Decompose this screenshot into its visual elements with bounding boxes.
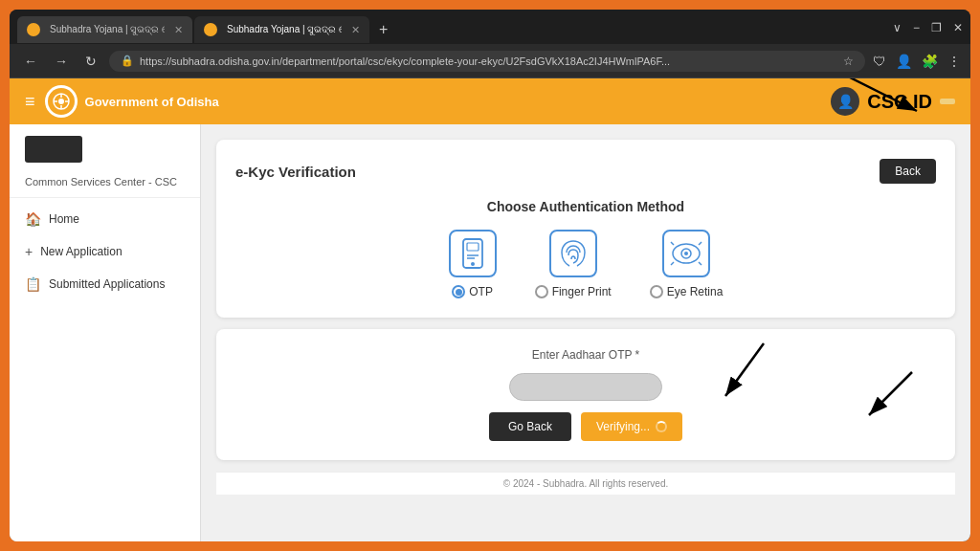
sidebar-item-submitted-applications[interactable]: 📋 Submitted Applications [10,269,200,299]
fingerprint-label: Finger Print [552,285,612,298]
csc-id-label: CSC ID [867,91,932,113]
browser-window: Subhadra Yojana | ସୁଭଦ୍ର ଯୋଜନ ✕ Subhadra… [10,10,970,541]
auth-section-title: Choose Authentication Method [235,199,936,214]
loading-spinner [656,421,667,432]
phone-otp-icon [459,238,486,269]
ekyc-card: e-Kyc Verification Back Choose Authentic… [216,140,955,318]
otp-label: OTP [469,285,493,298]
site-title: Government of Odisha [85,95,219,109]
go-back-button[interactable]: Go Back [489,412,571,441]
tab-favicon-1 [27,23,40,36]
otp-radio-dot [456,289,462,296]
browser-tab-1[interactable]: Subhadra Yojana | ସୁଭଦ୍ର ଯୋଜନ ✕ [17,16,192,43]
address-bar[interactable]: 🔒 https://subhadra.odisha.gov.in/departm… [109,51,865,72]
star-icon: ☆ [843,55,854,68]
nav-right-icons: 🛡 👤 🧩 ⋮ [873,54,961,69]
tab-close-1[interactable]: ✕ [174,24,183,36]
svg-point-11 [471,262,475,266]
otp-section: Enter Aadhaar OTP * Go Back Verifying... [235,348,936,441]
fingerprint-icon [559,238,588,269]
svg-point-1 [58,99,64,104]
forward-nav-button[interactable]: → [50,52,73,71]
eye-label: Eye Retina [667,285,724,298]
auth-method-fingerprint[interactable]: Finger Print [535,230,612,298]
new-tab-button[interactable]: + [371,19,395,40]
page-content: ≡ Government of Odisha [10,78,970,541]
lock-icon: 🔒 [121,55,134,67]
chevron-down-icon[interactable]: ∨ [893,21,902,34]
profile-icon[interactable]: 👤 [896,54,912,69]
csc-id-value [940,99,955,104]
eye-radio [650,285,663,298]
svg-rect-8 [467,243,479,251]
tab-title-1: Subhadra Yojana | ସୁଭଦ୍ର ଯୋଜନ [50,24,165,35]
clipboard-icon: 📋 [25,276,41,292]
eye-radio-row: Eye Retina [650,285,724,298]
back-nav-button[interactable]: ← [19,52,42,71]
close-icon[interactable]: ✕ [953,21,963,34]
svg-line-18 [699,262,702,265]
main-layout: Common Services Center - CSC 🏠 Home + Ne… [10,124,970,541]
sidebar-item-new-app-label: New Application [40,245,122,258]
otp-radio-row: OTP [452,285,493,298]
odisha-logo-icon [53,93,70,110]
url-text: https://subhadra.odisha.gov.in/departmen… [140,55,670,67]
tab-title-2: Subhadra Yojana | ସୁଭଦ୍ର ଯୋଜନ [227,24,342,35]
footer-text: © 2024 - Subhadra. All rights reserved. [503,478,668,489]
logo-area: Government of Odisha [45,85,219,118]
svg-line-16 [699,242,702,245]
logo-circle [45,85,78,118]
restore-icon[interactable]: ❐ [931,21,942,34]
sidebar: Common Services Center - CSC 🏠 Home + Ne… [10,124,201,541]
home-icon: 🏠 [25,211,41,227]
browser-tab-bar: Subhadra Yojana | ସୁଭଦ୍ର ଯୋଜନ ✕ Subhadra… [10,10,970,44]
refresh-button[interactable]: ↻ [80,52,101,71]
browser-nav-bar: ← → ↻ 🔒 https://subhadra.odisha.gov.in/d… [10,44,970,78]
otp-buttons: Go Back Verifying... [489,412,682,441]
verifying-button[interactable]: Verifying... [581,412,682,441]
back-button[interactable]: Back [880,159,936,184]
eye-retina-icon [670,241,702,266]
eye-icon-box [662,230,710,277]
plus-icon: + [25,244,33,259]
site-footer: © 2024 - Subhadra. All rights reserved. [216,472,955,495]
fingerprint-icon-box [549,230,597,277]
fingerprint-radio [535,285,548,298]
tab-close-2[interactable]: ✕ [351,24,360,36]
shield-icon: 🛡 [873,54,886,69]
minimize-icon[interactable]: − [913,21,920,34]
header-right: 👤 CSC ID [831,87,955,116]
sidebar-org-name: Common Services Center - CSC [10,176,200,198]
sidebar-item-home-label: Home [49,212,79,226]
sidebar-item-home[interactable]: 🏠 Home [10,204,200,234]
otp-radio-selected [452,285,465,298]
ekyc-card-title: e-Kyc Verification [235,164,356,180]
auth-method-otp[interactable]: OTP [449,230,497,298]
browser-tab-2[interactable]: Subhadra Yojana | ସୁଭଦ୍ର ଯୋଜନ ✕ [194,16,369,43]
verifying-label: Verifying... [596,420,650,433]
otp-icon-box [449,230,497,277]
tab-extras: ∨ − ❐ ✕ [893,21,963,38]
sidebar-logo [25,136,82,163]
svg-line-15 [671,242,674,245]
hamburger-icon[interactable]: ≡ [25,92,35,112]
auth-method-eye[interactable]: Eye Retina [650,230,724,298]
fingerprint-radio-row: Finger Print [535,285,612,298]
content-area: e-Kyc Verification Back Choose Authentic… [201,124,970,541]
otp-field-label: Enter Aadhaar OTP * [532,348,640,362]
auth-methods: OTP [235,230,936,298]
svg-line-17 [671,262,674,265]
ekyc-card-header: e-Kyc Verification Back [235,159,936,184]
sidebar-item-new-application[interactable]: + New Application [10,236,200,267]
sidebar-item-submitted-label: Submitted Applications [49,277,165,291]
otp-input[interactable] [509,373,662,401]
tab-favicon-2 [204,23,217,36]
extensions-icon[interactable]: 🧩 [922,54,938,69]
svg-point-14 [684,252,688,255]
otp-card: Enter Aadhaar OTP * Go Back Verifying... [216,329,955,460]
user-avatar[interactable]: 👤 [831,87,859,116]
site-header: ≡ Government of Odisha [10,78,970,124]
logo-inner [48,88,75,115]
menu-icon[interactable]: ⋮ [947,54,961,69]
user-icon: 👤 [837,94,854,109]
